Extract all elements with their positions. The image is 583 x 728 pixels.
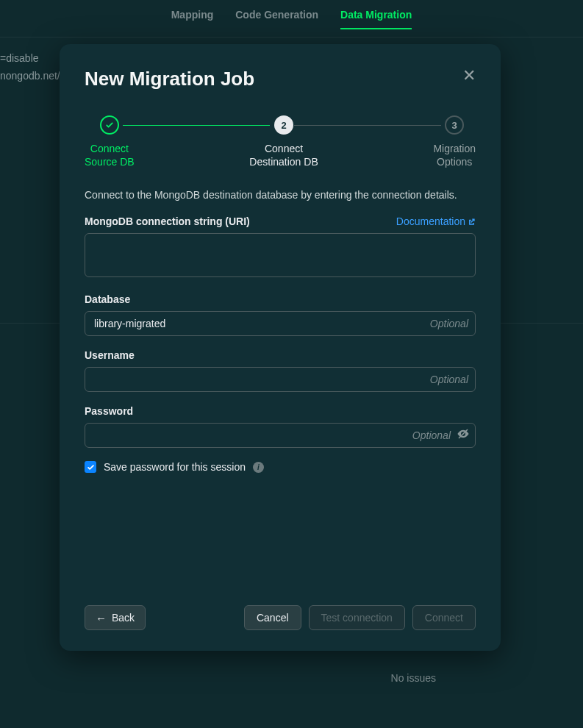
database-label: Database (85, 293, 130, 305)
username-label: Username (85, 349, 135, 361)
back-button-label: Back (112, 612, 135, 624)
step2-label-1: Connect (249, 142, 318, 155)
tab-mapping[interactable]: Mapping (171, 9, 214, 29)
password-input[interactable] (85, 423, 476, 448)
cancel-button[interactable]: Cancel (244, 605, 301, 630)
password-label: Password (85, 405, 133, 417)
check-icon (100, 115, 119, 135)
connect-button[interactable]: Connect (412, 605, 476, 630)
documentation-link[interactable]: Documentation (396, 215, 476, 227)
tab-data-migration[interactable]: Data Migration (340, 9, 412, 29)
back-button[interactable]: ← Back (85, 605, 146, 630)
documentation-text: Documentation (396, 215, 465, 227)
arrow-left-icon: ← (96, 613, 107, 624)
connection-string-input[interactable] (85, 233, 476, 277)
step-2-number: 2 (274, 115, 293, 135)
external-link-icon (468, 218, 476, 226)
background-tabs: Mapping Code Generation Data Migration (0, 0, 583, 38)
close-icon[interactable]: ✕ (462, 68, 476, 84)
step-connector-1 (123, 125, 270, 126)
step1-label-1: Connect (85, 142, 135, 155)
username-input[interactable] (85, 367, 476, 392)
save-password-label: Save password for this session (104, 461, 246, 473)
status-no-issues: No issues (391, 672, 436, 684)
step3-label-1: Migration (433, 142, 476, 155)
step-connect-destination[interactable]: 2 Connect Destination DB (249, 115, 318, 168)
save-password-checkbox[interactable] (85, 461, 96, 473)
test-connection-button[interactable]: Test connection (309, 605, 405, 630)
eye-hidden-icon[interactable] (457, 427, 470, 443)
step3-label-2: Options (433, 155, 476, 168)
new-migration-job-modal: New Migration Job ✕ Connect Source DB 2 … (60, 44, 501, 651)
uri-label: MongoDB connection string (URI) (85, 215, 250, 227)
description-text: Connect to the MongoDB destination datab… (85, 189, 476, 201)
step-migration-options[interactable]: 3 Migration Options (433, 115, 476, 168)
step1-label-2: Source DB (85, 155, 135, 168)
database-input[interactable] (85, 311, 476, 336)
stepper: Connect Source DB 2 Connect Destination … (85, 115, 476, 168)
step2-label-2: Destination DB (249, 155, 318, 168)
step-3-number: 3 (445, 115, 464, 135)
tab-code-generation[interactable]: Code Generation (235, 9, 318, 29)
modal-title: New Migration Job (85, 68, 254, 90)
step-connect-source[interactable]: Connect Source DB (85, 115, 135, 168)
info-icon[interactable]: i (253, 462, 264, 473)
